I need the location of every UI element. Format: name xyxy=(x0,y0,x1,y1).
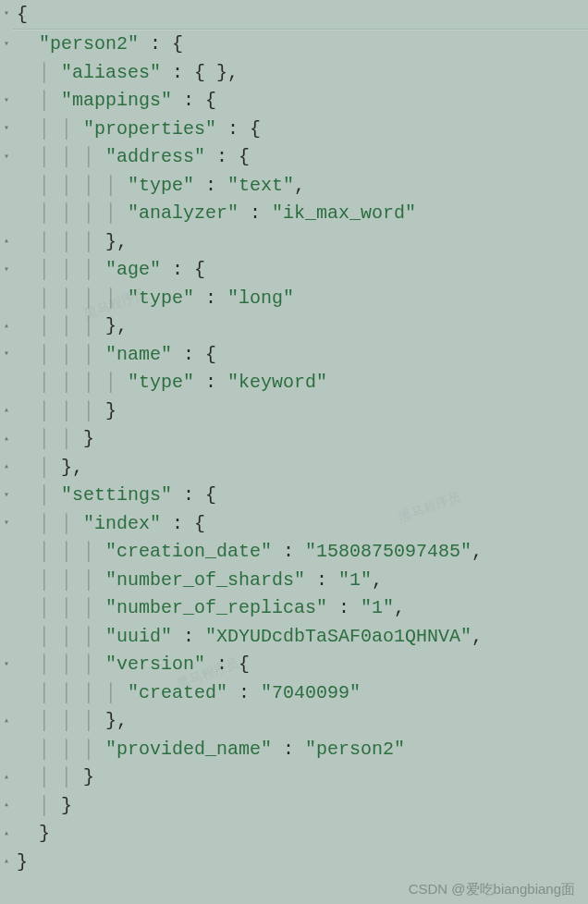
json-punct: { xyxy=(250,118,261,140)
fold-marker[interactable]: ▴ xyxy=(0,848,13,876)
json-punct: , xyxy=(116,231,128,252)
fold-marker[interactable]: ▾ xyxy=(0,482,13,510)
code-line[interactable]: │ │ │ │ "type" : "long" xyxy=(13,284,588,312)
fold-marker[interactable]: ▴ xyxy=(0,707,13,736)
json-punct: , xyxy=(472,626,483,647)
fold-marker[interactable]: ▾ xyxy=(0,0,13,29)
code-line[interactable]: │ │ │ "number_of_replicas" : "1", xyxy=(13,594,588,623)
code-line[interactable]: { xyxy=(13,0,588,29)
fold-marker[interactable]: ▾ xyxy=(0,31,13,59)
fold-marker[interactable]: ▴ xyxy=(0,820,13,849)
fold-marker xyxy=(0,58,13,87)
json-punct: : xyxy=(172,484,205,506)
json-punct: { xyxy=(239,654,250,675)
json-key: "creation_date" xyxy=(105,541,272,562)
json-punct: , xyxy=(394,597,405,618)
code-line[interactable]: │ │ │ "address" : { xyxy=(13,143,588,172)
code-line[interactable]: } xyxy=(13,820,588,849)
json-key: "uuid" xyxy=(105,626,172,647)
code-line[interactable]: │ }, xyxy=(13,453,588,482)
json-punct: : xyxy=(327,597,361,618)
json-string: "1" xyxy=(361,597,394,618)
json-punct: : xyxy=(272,541,305,562)
code-line[interactable]: │ │ │ } xyxy=(13,397,588,425)
code-line[interactable]: │ │ │ │ "created" : "7040099" xyxy=(13,678,588,707)
code-line[interactable]: │ │ │ "name" : { xyxy=(13,340,588,369)
code-line[interactable]: │ │ │ "age" : { xyxy=(13,256,588,285)
code-line[interactable]: │ │ │ "uuid" : "XDYUDcdbTaSAF0ao1QHNVA", xyxy=(13,622,588,651)
json-punct: : xyxy=(139,33,172,55)
fold-marker[interactable]: ▴ xyxy=(0,425,13,454)
fold-marker xyxy=(0,200,13,228)
code-line[interactable]: │ │ │ }, xyxy=(13,312,588,341)
code-line[interactable]: │ │ │ "version" : { xyxy=(13,651,588,679)
fold-marker[interactable]: ▾ xyxy=(0,115,13,143)
code-area[interactable]: { "person2" : { │ "aliases" : { }, │ "ma… xyxy=(13,0,588,904)
json-punct: } xyxy=(83,766,94,788)
json-string: "text" xyxy=(227,175,294,196)
json-punct: : xyxy=(305,569,338,591)
json-editor: ▾▾▾▾▾▴▾▴▾▴▴▴▾▾▾▴▴▴▴▴ { "person2" : { │ "… xyxy=(0,0,588,904)
json-string: "XDYUDcdbTaSAF0ao1QHNVA" xyxy=(205,626,472,647)
code-line[interactable]: │ "mappings" : { xyxy=(13,87,588,116)
json-punct: : xyxy=(161,513,194,534)
fold-marker[interactable]: ▴ xyxy=(0,312,13,341)
json-punct: : xyxy=(194,287,227,309)
fold-marker[interactable]: ▾ xyxy=(0,256,13,285)
json-punct: : xyxy=(194,372,227,393)
fold-marker[interactable]: ▾ xyxy=(0,651,13,679)
code-line[interactable]: │ │ │ │ "type" : "keyword" xyxy=(13,369,588,397)
code-line[interactable]: │ │ } xyxy=(13,425,588,454)
json-punct: : xyxy=(216,118,250,140)
fold-marker[interactable]: ▾ xyxy=(0,340,13,369)
code-line[interactable]: │ │ │ "number_of_shards" : "1", xyxy=(13,566,588,594)
fold-marker[interactable]: ▴ xyxy=(0,227,13,256)
json-punct: } xyxy=(61,795,72,816)
json-string: "person2" xyxy=(305,739,405,760)
code-line[interactable]: │ "aliases" : { }, xyxy=(13,58,588,87)
json-punct: : xyxy=(172,344,205,365)
code-line[interactable]: │ │ │ }, xyxy=(13,227,588,256)
code-line[interactable]: │ │ "index" : { xyxy=(13,509,588,538)
json-string: "7040099" xyxy=(261,682,361,703)
code-line[interactable]: │ │ │ │ "analyzer" : "ik_max_word" xyxy=(13,200,588,228)
json-string: "ik_max_word" xyxy=(272,202,416,224)
fold-marker xyxy=(0,538,13,567)
json-punct: : xyxy=(172,626,205,647)
code-line[interactable]: "person2" : { xyxy=(13,31,588,59)
code-line[interactable]: │ │ │ }, xyxy=(13,707,588,736)
json-punct: , xyxy=(372,569,383,591)
fold-marker[interactable]: ▴ xyxy=(0,453,13,482)
json-punct: { xyxy=(205,90,216,111)
code-line[interactable]: │ │ "properties" : { xyxy=(13,115,588,143)
json-punct: { xyxy=(172,33,183,55)
fold-marker xyxy=(0,566,13,594)
json-punct: : xyxy=(194,175,227,196)
json-punct: } xyxy=(39,823,50,844)
code-line[interactable]: │ │ │ "creation_date" : "1580875097485", xyxy=(13,538,588,567)
json-punct: } xyxy=(105,231,116,252)
code-line[interactable]: │ │ } xyxy=(13,764,588,792)
fold-marker[interactable]: ▾ xyxy=(0,509,13,538)
json-punct: , xyxy=(116,315,128,336)
fold-marker[interactable]: ▴ xyxy=(0,791,13,820)
json-punct: : xyxy=(227,682,261,703)
code-line[interactable]: } xyxy=(13,848,588,876)
fold-marker[interactable]: ▾ xyxy=(0,87,13,116)
fold-marker[interactable]: ▴ xyxy=(0,764,13,792)
json-punct: { xyxy=(239,146,250,167)
json-punct: : xyxy=(239,202,272,224)
json-punct: } xyxy=(105,315,116,336)
fold-marker[interactable]: ▾ xyxy=(0,143,13,172)
code-line[interactable]: │ } xyxy=(13,791,588,820)
json-key: "created" xyxy=(128,682,227,703)
json-punct: : xyxy=(161,259,194,280)
code-line[interactable]: │ "settings" : { xyxy=(13,482,588,510)
json-punct: { } xyxy=(194,62,227,83)
code-line[interactable]: │ │ │ "provided_name" : "person2" xyxy=(13,735,588,764)
code-line[interactable]: │ │ │ │ "type" : "text", xyxy=(13,171,588,200)
fold-marker[interactable]: ▴ xyxy=(0,397,13,425)
fold-marker xyxy=(0,284,13,312)
fold-marker xyxy=(0,622,13,651)
json-key: "settings" xyxy=(61,484,172,506)
